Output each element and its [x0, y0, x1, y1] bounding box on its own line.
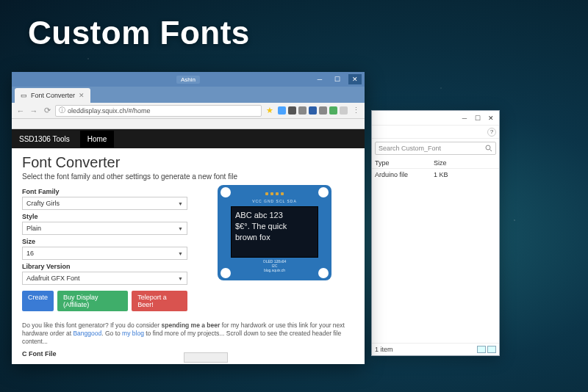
extension-icon[interactable] — [319, 106, 327, 115]
label-size: Size — [22, 238, 187, 245]
chevron-down-icon: ▼ — [178, 226, 183, 231]
site-brand[interactable]: SSD1306 Tools — [19, 135, 70, 143]
maximize-icon[interactable]: ☐ — [331, 74, 344, 84]
label-font-family: Font Family — [22, 188, 187, 195]
close-icon[interactable]: ✕ — [487, 115, 495, 122]
form-fields: Font Family Crafty Girls ▼ Style Plain ▼… — [22, 185, 187, 311]
explorer-column-headers[interactable]: Type Size — [372, 158, 499, 169]
status-text: 1 item — [375, 346, 393, 353]
teleport-beer-button[interactable]: Teleport a Beer! — [132, 291, 187, 311]
header-pins — [237, 192, 312, 198]
page-subtitle: Select the font family and other setting… — [22, 173, 354, 181]
browser-tab[interactable]: ▭ Font Converter ✕ — [15, 88, 90, 103]
back-icon[interactable]: ← — [15, 106, 26, 116]
address-bar-row: ← → ⟳ ⓘ oleddisplay.squix.ch/#/home ★ ⋮ — [12, 103, 365, 119]
help-icon[interactable]: ? — [487, 128, 496, 137]
menu-icon[interactable]: ⋮ — [351, 106, 361, 116]
link-banggood[interactable]: Banggood — [73, 330, 101, 337]
select-value: Plain — [26, 225, 41, 232]
page-favicon: ▭ — [21, 92, 27, 99]
browser-window: Ashin ─ ☐ ✕ ▭ Font Converter ✕ ← → ⟳ ⓘ o… — [12, 72, 365, 364]
select-style[interactable]: Plain ▼ — [22, 222, 187, 235]
page-title: Font Converter — [22, 154, 354, 171]
mounting-hole — [318, 187, 329, 197]
tab-title: Font Converter — [31, 92, 75, 99]
pin-labels: VCC GND SCL SDA — [223, 199, 326, 203]
cell-size: 1 KB — [434, 171, 448, 178]
chrome-user-badge[interactable]: Ashin — [176, 76, 200, 84]
close-icon[interactable]: ✕ — [348, 74, 362, 84]
preview-line: ABC abc 123 — [235, 210, 314, 221]
search-placeholder: Search Custom_Font — [379, 145, 441, 152]
select-value: Crafty Girls — [26, 200, 60, 207]
chevron-down-icon: ▼ — [178, 201, 183, 206]
preview-line: brown fox — [235, 232, 314, 243]
minimize-icon[interactable]: ─ — [313, 74, 326, 84]
chevron-down-icon: ▼ — [178, 251, 183, 256]
footer-text: Do you like this font generator? If you … — [22, 322, 161, 329]
maximize-icon[interactable]: ☐ — [474, 115, 481, 122]
select-value: Adafruit GFX Font — [26, 275, 80, 282]
cell-type: Arduino file — [375, 171, 434, 178]
tab-strip: ▭ Font Converter ✕ — [12, 87, 365, 103]
oled-board: VCC GND SCL SDA ABC abc 123 $€°. The qui… — [218, 185, 331, 280]
explorer-window: ─ ☐ ✕ ? Search Custom_Font Type Size Ard… — [371, 110, 500, 356]
taskbar-peek — [184, 352, 228, 363]
select-library[interactable]: Adafruit GFX Font ▼ — [22, 272, 187, 285]
select-value: 16 — [26, 250, 34, 257]
extension-icon[interactable] — [340, 106, 348, 115]
bookmarks-bar — [12, 119, 365, 129]
oled-screen: ABC abc 123 $€°. The quick brown fox — [231, 206, 318, 258]
extension-icon[interactable] — [329, 106, 337, 115]
nav-home[interactable]: Home — [80, 131, 115, 148]
explorer-statusbar: 1 item — [372, 343, 499, 355]
star-icon[interactable]: ★ — [265, 106, 275, 116]
browser-titlebar: Ashin ─ ☐ ✕ — [12, 72, 365, 87]
extension-icon[interactable] — [288, 106, 296, 115]
create-button[interactable]: Create — [22, 291, 54, 311]
view-details-icon[interactable] — [477, 346, 486, 353]
select-size[interactable]: 16 ▼ — [22, 247, 187, 260]
tab-close-icon[interactable]: ✕ — [79, 92, 85, 99]
explorer-titlebar: ─ ☐ ✕ — [372, 111, 499, 126]
forward-icon[interactable]: → — [29, 106, 39, 116]
select-font-family[interactable]: Crafty Girls ▼ — [22, 197, 187, 210]
preview-line: $€°. The quick — [235, 221, 314, 232]
slide-title: Custom Fonts — [28, 15, 250, 51]
site-info-icon[interactable]: ⓘ — [59, 106, 65, 115]
extension-icon[interactable] — [309, 106, 317, 115]
font-preview: VCC GND SCL SDA ABC abc 123 $€°. The qui… — [195, 185, 354, 311]
svg-point-0 — [486, 145, 490, 150]
extension-icon[interactable] — [298, 106, 306, 115]
page-content: Font Converter Select the font family an… — [12, 148, 365, 364]
col-type[interactable]: Type — [375, 159, 434, 167]
address-bar[interactable]: ⓘ oleddisplay.squix.ch/#/home — [55, 105, 262, 117]
link-blog[interactable]: my blog — [122, 330, 144, 337]
list-item[interactable]: Arduino file 1 KB — [372, 169, 499, 181]
mounting-hole — [220, 187, 231, 197]
search-icon — [485, 145, 492, 152]
site-navbar: SSD1306 Tools Home — [12, 129, 365, 148]
board-label-line: blog.squix.ch — [223, 268, 326, 272]
minimize-icon[interactable]: ─ — [461, 115, 468, 122]
footer-text-bold: spending me a beer — [161, 322, 220, 329]
url-text: oleddisplay.squix.ch/#/home — [68, 107, 150, 115]
col-size[interactable]: Size — [434, 159, 447, 167]
footer-text: . Go to — [101, 330, 122, 337]
board-label: OLED 128x64 I2C blog.squix.ch — [223, 259, 326, 272]
view-large-icon[interactable] — [487, 346, 496, 353]
buy-display-button[interactable]: Buy Display (Affiliate) — [57, 291, 128, 311]
explorer-toolbar: ? — [372, 126, 499, 139]
label-style: Style — [22, 213, 187, 220]
chevron-down-icon: ▼ — [178, 276, 183, 281]
mounting-hole — [220, 268, 231, 278]
extension-icons — [278, 106, 348, 115]
footer-note: Do you like this font generator? If you … — [22, 322, 354, 346]
reload-icon[interactable]: ⟳ — [42, 106, 52, 116]
svg-line-1 — [490, 150, 492, 152]
label-library: Library Version — [22, 263, 187, 270]
extension-icon[interactable] — [278, 106, 286, 115]
mounting-hole — [318, 268, 329, 278]
explorer-search[interactable]: Search Custom_Font — [375, 142, 496, 155]
